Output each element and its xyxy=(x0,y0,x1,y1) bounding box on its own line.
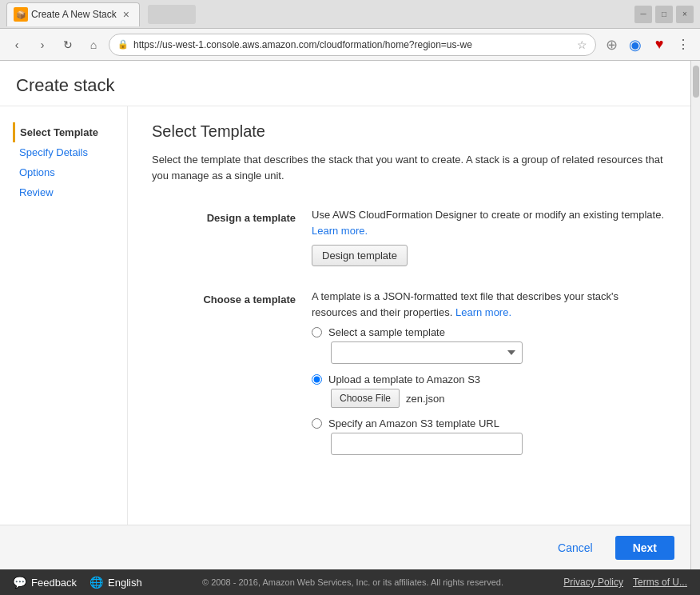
choose-file-button[interactable]: Choose File xyxy=(331,389,400,408)
sidebar-item-select-template[interactable]: Select Template xyxy=(13,122,114,142)
sample-radio-row: Select a sample template xyxy=(312,326,666,338)
sidebar-item-specify-details[interactable]: Specify Details xyxy=(13,142,114,162)
scrollbar[interactable] xyxy=(690,61,700,569)
copyright-text: © 2008 - 2016, Amazon Web Services, Inc.… xyxy=(155,577,551,587)
choose-template-field: A template is a JSON-formatted text file… xyxy=(312,289,666,455)
globe-icon: 🌐 xyxy=(89,576,103,589)
s3-url-input[interactable] xyxy=(331,433,523,455)
secure-icon: 🔒 xyxy=(117,39,129,50)
bookmark-icon[interactable]: ☆ xyxy=(577,38,587,51)
cancel-button[interactable]: Cancel xyxy=(543,536,607,560)
home-button[interactable]: ⌂ xyxy=(83,34,104,55)
page-title: Create stack xyxy=(16,75,674,96)
design-template-row: Design a template Use AWS CloudFormation… xyxy=(152,207,666,266)
back-button[interactable]: ‹ xyxy=(6,34,27,55)
tab-favicon: 📦 xyxy=(14,7,28,22)
new-tab-area xyxy=(148,5,196,24)
menu-btn[interactable]: ⋮ xyxy=(673,34,694,55)
address-bar[interactable]: 🔒 ☆ xyxy=(109,34,596,56)
extension-btn-2[interactable]: ◉ xyxy=(625,34,646,55)
upload-row: Choose File zen.json xyxy=(331,389,666,408)
feedback-button[interactable]: 💬 Feedback xyxy=(13,576,77,589)
s3-url-radio[interactable] xyxy=(312,418,322,429)
s3-radio-row: Specify an Amazon S3 template URL xyxy=(312,417,666,429)
section-title: Select Template xyxy=(152,122,666,141)
terms-of-use-link[interactable]: Terms of U... xyxy=(633,577,687,588)
page-body: Select Template Specify Details Options … xyxy=(0,106,690,525)
choose-template-row: Choose a template A template is a JSON-f… xyxy=(152,289,666,455)
sample-template-radio-label[interactable]: Select a sample template xyxy=(328,326,445,338)
choose-template-label: Choose a template xyxy=(152,289,296,305)
upload-template-option: Upload a template to Amazon S3 Choose Fi… xyxy=(312,373,666,408)
upload-template-radio[interactable] xyxy=(312,374,322,385)
sidebar: Select Template Specify Details Options … xyxy=(0,106,128,525)
browser-navbar: ‹ › ↻ ⌂ 🔒 ☆ ⊕ ◉ ♥ ⋮ xyxy=(0,29,700,61)
design-template-desc: Use AWS CloudFormation Designer to creat… xyxy=(312,207,666,238)
design-learn-more-link[interactable]: Learn more. xyxy=(312,225,368,237)
design-template-button[interactable]: Design template xyxy=(312,245,408,266)
action-bar: Cancel Next xyxy=(0,525,690,569)
tab-title: Create A New Stack xyxy=(31,9,117,20)
choose-template-desc: A template is a JSON-formatted text file… xyxy=(312,289,666,320)
privacy-policy-link[interactable]: Privacy Policy xyxy=(563,577,623,588)
language-label: English xyxy=(108,577,142,589)
page-header: Create stack xyxy=(0,61,690,106)
next-button[interactable]: Next xyxy=(615,536,674,560)
sample-template-dropdown[interactable] xyxy=(331,341,523,364)
file-name-display: zen.json xyxy=(406,393,444,405)
sidebar-item-review[interactable]: Review xyxy=(13,182,114,202)
reload-button[interactable]: ↻ xyxy=(58,34,78,55)
forward-button[interactable]: › xyxy=(32,34,53,55)
main-content: Select Template Select the template that… xyxy=(128,106,690,525)
upload-radio-row: Upload a template to Amazon S3 xyxy=(312,373,666,385)
scrollbar-thumb[interactable] xyxy=(693,66,699,98)
window-close-btn[interactable]: × xyxy=(676,6,694,23)
extension-btn-1[interactable]: ⊕ xyxy=(601,34,622,55)
language-selector[interactable]: 🌐 English xyxy=(89,576,142,589)
choose-learn-more-link[interactable]: Learn more. xyxy=(455,306,511,318)
feedback-label: Feedback xyxy=(31,577,77,589)
sample-template-option: Select a sample template xyxy=(312,326,666,364)
design-template-field: Use AWS CloudFormation Designer to creat… xyxy=(312,207,666,266)
section-description: Select the template that describes the s… xyxy=(152,152,666,183)
browser-content: Create stack Select Template Specify Det… xyxy=(0,61,700,569)
window-maximize-btn[interactable]: □ xyxy=(655,6,673,23)
s3-url-radio-label[interactable]: Specify an Amazon S3 template URL xyxy=(328,417,499,429)
template-options: Select a sample template xyxy=(312,326,666,455)
sample-template-radio[interactable] xyxy=(312,327,322,337)
nav-actions: ⊕ ◉ ♥ ⋮ xyxy=(601,34,694,55)
tab-close-btn[interactable]: × xyxy=(120,8,133,21)
browser-titlebar: 📦 Create A New Stack × ─ □ × xyxy=(0,0,700,29)
statusbar-links: Privacy Policy Terms of U... xyxy=(563,577,687,588)
design-template-label: Design a template xyxy=(152,207,296,224)
sidebar-item-options[interactable]: Options xyxy=(13,162,114,182)
window-minimize-btn[interactable]: ─ xyxy=(634,6,652,23)
page: Create stack Select Template Specify Det… xyxy=(0,61,690,569)
s3-url-option: Specify an Amazon S3 template URL xyxy=(312,417,666,455)
upload-template-radio-label[interactable]: Upload a template to Amazon S3 xyxy=(328,373,480,385)
url-input[interactable] xyxy=(133,39,572,50)
extension-btn-3[interactable]: ♥ xyxy=(649,34,670,55)
content-area: Create stack Select Template Specify Det… xyxy=(0,61,690,569)
feedback-icon: 💬 xyxy=(13,576,26,589)
statusbar: 💬 Feedback 🌐 English © 2008 - 2016, Amaz… xyxy=(0,569,700,595)
window-controls: ─ □ × xyxy=(634,6,694,23)
